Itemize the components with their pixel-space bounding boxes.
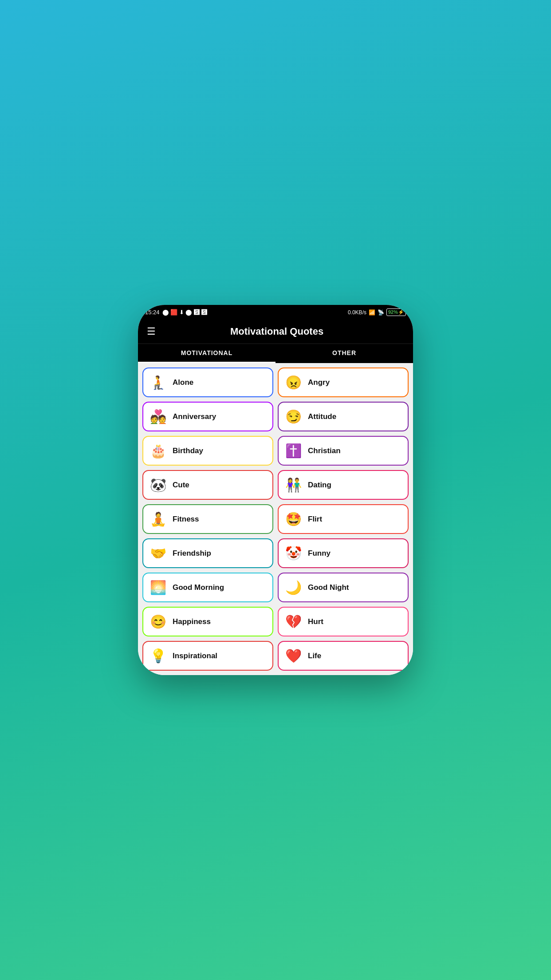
funny-label: Funny bbox=[308, 549, 331, 558]
category-card-good-morning[interactable]: 🌅Good Morning bbox=[142, 573, 273, 602]
alone-label: Alone bbox=[173, 378, 193, 387]
funny-icon: 🤡 bbox=[284, 545, 303, 561]
category-card-alone[interactable]: 🧎Alone bbox=[142, 368, 273, 397]
christian-icon: ✝️ bbox=[284, 443, 303, 458]
inspirational-label: Inspirational bbox=[173, 652, 217, 660]
category-card-cute[interactable]: 🐼Cute bbox=[142, 470, 273, 500]
flirt-label: Flirt bbox=[308, 515, 322, 524]
category-card-anniversary[interactable]: 💑Anniversary bbox=[142, 402, 273, 431]
category-card-inspirational[interactable]: 💡Inspirational bbox=[142, 641, 273, 671]
phone-frame: 15:24 ⬤ 🟥 ⬇ ⬤ 🆂 🆂 0.0KB/s 📶 📡 92%⚡ ☰ Mot… bbox=[138, 305, 413, 675]
category-card-life[interactable]: ❤️Life bbox=[278, 641, 409, 671]
friendship-icon: 🤝 bbox=[149, 545, 167, 561]
birthday-icon: 🎂 bbox=[149, 443, 167, 458]
status-time: 15:24 bbox=[145, 309, 160, 316]
category-card-flirt[interactable]: 🤩Flirt bbox=[278, 504, 409, 534]
christian-label: Christian bbox=[308, 447, 341, 455]
wifi-icon: 📡 bbox=[378, 309, 384, 316]
hurt-label: Hurt bbox=[308, 617, 323, 626]
hamburger-menu[interactable]: ☰ bbox=[147, 327, 156, 336]
category-card-christian[interactable]: ✝️Christian bbox=[278, 436, 409, 466]
category-card-good-night[interactable]: 🌙Good Night bbox=[278, 573, 409, 602]
signal-icon: 📶 bbox=[369, 309, 375, 316]
battery-level: 92%⚡ bbox=[386, 308, 406, 316]
status-bar: 15:24 ⬤ 🟥 ⬇ ⬤ 🆂 🆂 0.0KB/s 📶 📡 92%⚡ bbox=[138, 305, 413, 320]
good-morning-icon: 🌅 bbox=[149, 580, 167, 595]
happiness-icon: 😊 bbox=[149, 614, 167, 629]
status-right: 0.0KB/s 📶 📡 92%⚡ bbox=[348, 308, 406, 316]
tab-motivational[interactable]: MOTIVATIONAL bbox=[138, 344, 276, 363]
status-icons: ⬤ 🟥 ⬇ ⬤ 🆂 🆂 bbox=[162, 309, 207, 316]
category-card-funny[interactable]: 🤡Funny bbox=[278, 538, 409, 568]
cute-icon: 🐼 bbox=[149, 477, 167, 493]
category-card-fitness[interactable]: 🧘Fitness bbox=[142, 504, 273, 534]
good-morning-label: Good Morning bbox=[173, 583, 224, 592]
angry-label: Angry bbox=[308, 378, 330, 387]
tab-bar: MOTIVATIONAL OTHER bbox=[138, 344, 413, 363]
tab-other[interactable]: OTHER bbox=[276, 344, 413, 363]
network-speed: 0.0KB/s bbox=[348, 309, 366, 316]
category-card-hurt[interactable]: 💔Hurt bbox=[278, 607, 409, 636]
category-card-dating[interactable]: 👫Dating bbox=[278, 470, 409, 500]
category-card-angry[interactable]: 😠Angry bbox=[278, 368, 409, 397]
app-title: Motivational Quotes bbox=[163, 326, 404, 337]
attitude-icon: 😏 bbox=[284, 409, 303, 424]
friendship-label: Friendship bbox=[173, 549, 211, 558]
category-grid: 🧎Alone😠Angry💑Anniversary😏Attitude🎂Birthd… bbox=[138, 363, 413, 675]
inspirational-icon: 💡 bbox=[149, 648, 167, 664]
anniversary-label: Anniversary bbox=[173, 412, 216, 421]
happiness-label: Happiness bbox=[173, 617, 211, 626]
cute-label: Cute bbox=[173, 481, 189, 490]
life-label: Life bbox=[308, 652, 321, 660]
app-header: ☰ Motivational Quotes bbox=[138, 320, 413, 344]
good-night-label: Good Night bbox=[308, 583, 349, 592]
status-left: 15:24 ⬤ 🟥 ⬇ ⬤ 🆂 🆂 bbox=[145, 309, 207, 316]
category-card-birthday[interactable]: 🎂Birthday bbox=[142, 436, 273, 466]
category-card-friendship[interactable]: 🤝Friendship bbox=[142, 538, 273, 568]
flirt-icon: 🤩 bbox=[284, 511, 303, 527]
dating-label: Dating bbox=[308, 481, 331, 490]
alone-icon: 🧎 bbox=[149, 375, 167, 390]
attitude-label: Attitude bbox=[308, 412, 336, 421]
anniversary-icon: 💑 bbox=[149, 409, 167, 424]
category-card-attitude[interactable]: 😏Attitude bbox=[278, 402, 409, 431]
good-night-icon: 🌙 bbox=[284, 580, 303, 595]
life-icon: ❤️ bbox=[284, 648, 303, 664]
fitness-label: Fitness bbox=[173, 515, 199, 524]
fitness-icon: 🧘 bbox=[149, 511, 167, 527]
angry-icon: 😠 bbox=[284, 375, 303, 390]
hurt-icon: 💔 bbox=[284, 614, 303, 629]
category-card-happiness[interactable]: 😊Happiness bbox=[142, 607, 273, 636]
dating-icon: 👫 bbox=[284, 477, 303, 493]
birthday-label: Birthday bbox=[173, 447, 203, 455]
